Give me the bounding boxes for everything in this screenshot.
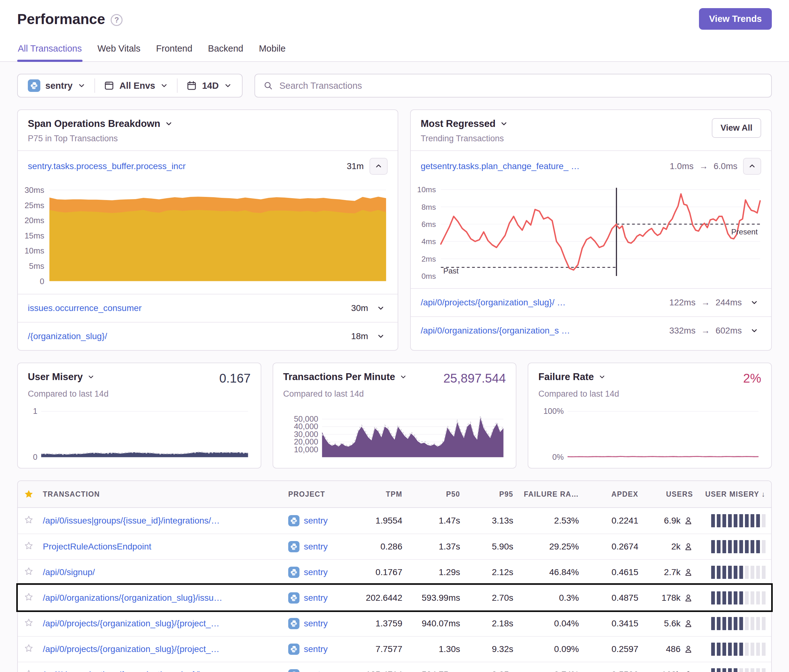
transaction-link[interactable]: /api/0/signup/: [43, 567, 285, 577]
most-regressed-item-link[interactable]: /api/0/projects/{organization_slug}/ …: [421, 298, 566, 308]
python-project-icon: [288, 541, 299, 552]
most-regressed-title-dropdown[interactable]: Most Regressed: [421, 118, 508, 129]
favorite-star-button[interactable]: [24, 567, 34, 578]
mini-widgets-row: User Misery 0.167 Compared to last 14d 1…: [17, 362, 772, 469]
chevron-down-icon: [377, 304, 385, 312]
favorite-star-button[interactable]: [24, 618, 34, 629]
python-project-icon: [288, 592, 299, 603]
tab-mobile[interactable]: Mobile: [258, 43, 286, 61]
span-ops-item-link[interactable]: sentry.tasks.process_buffer.process_incr: [28, 161, 186, 171]
span-ops-title-dropdown[interactable]: Span Operations Breakdown: [28, 118, 173, 129]
tpm-chart: 50,00040,00030,00020,00010,000: [283, 407, 506, 462]
misery-bar-segment: [751, 617, 754, 630]
project-link[interactable]: sentry: [304, 567, 327, 577]
column-header-apdex[interactable]: APDEX: [582, 490, 642, 498]
environment-filter[interactable]: All Envs: [95, 74, 177, 97]
transaction-link[interactable]: /api/0/organizations/{organization_slug}…: [43, 593, 285, 603]
span-ops-chart: 30ms25ms20ms15ms10ms5ms0: [18, 182, 398, 294]
tab-web-vitals[interactable]: Web Vitals: [97, 43, 141, 61]
star-icon: [24, 567, 34, 576]
misery-bar-segment: [739, 643, 743, 656]
project-link[interactable]: sentry: [304, 670, 327, 672]
user-icon: [684, 670, 693, 672]
view-trends-button[interactable]: View Trends: [699, 8, 772, 30]
transaction-link[interactable]: /api/0/issues|groups/{issue_id}/integrat…: [43, 516, 285, 526]
collapse-item-button[interactable]: [369, 158, 388, 175]
span-ops-item-link[interactable]: /{organization_slug}/: [28, 331, 107, 341]
chevron-down-icon: [87, 373, 95, 381]
project-link[interactable]: sentry: [304, 516, 327, 526]
column-header-user-misery[interactable]: USER MISERY ↓: [696, 490, 771, 498]
collapse-item-button[interactable]: [743, 158, 761, 175]
tpm-title-dropdown[interactable]: Transactions Per Minute: [283, 371, 407, 383]
expand-item-button[interactable]: [747, 324, 761, 338]
favorite-star-button[interactable]: [24, 592, 34, 604]
column-header-failure-rate[interactable]: FAILURE RA…: [516, 490, 582, 498]
p50-cell: 1.37s: [406, 542, 463, 552]
column-header-transaction[interactable]: TRANSACTION: [43, 490, 288, 498]
chevron-up-icon: [748, 162, 756, 170]
expand-item-button[interactable]: [374, 329, 388, 343]
chevron-down-icon: [224, 81, 232, 90]
star-column-header[interactable]: [18, 489, 43, 499]
project-filter[interactable]: sentry: [19, 74, 94, 97]
project-link[interactable]: sentry: [304, 542, 327, 552]
svg-text:Present: Present: [731, 228, 758, 236]
favorite-star-button[interactable]: [24, 643, 34, 655]
failure-rate-cell: 29.25%: [516, 542, 582, 552]
misery-bar-segment: [739, 540, 743, 553]
transaction-link[interactable]: ProjectRuleActionsEndpoint: [43, 542, 285, 552]
column-header-p50[interactable]: P50: [406, 490, 463, 498]
failure-rate-title-dropdown[interactable]: Failure Rate: [538, 371, 605, 383]
calendar-icon: [186, 80, 197, 91]
svg-text:0%: 0%: [553, 453, 564, 461]
project-cell: sentry: [288, 643, 352, 655]
search-input[interactable]: [279, 80, 763, 91]
expand-item-button[interactable]: [374, 301, 388, 315]
view-all-button[interactable]: View All: [712, 118, 761, 138]
users-cell: 5.6k: [642, 619, 696, 629]
column-header-tpm[interactable]: TPM: [352, 490, 406, 498]
project-link[interactable]: sentry: [304, 644, 327, 654]
favorite-star-button[interactable]: [24, 541, 34, 552]
most-regressed-item-link[interactable]: /api/0/organizations/{organization_s …: [421, 326, 570, 336]
misery-bar-segment: [756, 514, 760, 527]
most-regressed-item-link[interactable]: getsentry.tasks.plan_change_feature_ …: [421, 161, 580, 171]
table-header-row: TRANSACTION PROJECT TPM P50 P95 FAILURE …: [18, 481, 771, 508]
transaction-link[interactable]: /api/0/projects/{organization_slug}/{pro…: [43, 644, 285, 654]
column-header-p95[interactable]: P95: [463, 490, 516, 498]
misery-bar-segment: [745, 617, 749, 630]
expand-item-button[interactable]: [747, 296, 761, 310]
tab-frontend[interactable]: Frontend: [155, 43, 193, 61]
tpm-title: Transactions Per Minute: [283, 371, 395, 383]
project-link[interactable]: sentry: [304, 619, 327, 629]
tab-all-transactions[interactable]: All Transactions: [17, 43, 83, 61]
misery-bar-segment: [717, 668, 720, 672]
user-misery-value: 0.167: [219, 371, 251, 385]
misery-bar-segment: [734, 591, 738, 605]
misery-bar-segment: [728, 591, 732, 605]
tpm-cell: 1.3759: [352, 619, 406, 629]
p95-cell: 2.18s: [463, 619, 516, 629]
most-regressed-subtitle: Trending Transactions: [421, 134, 508, 144]
transaction-link[interactable]: /api/0/projects/{organization_slug}/{pro…: [43, 619, 285, 629]
misery-bar-segment: [756, 617, 760, 630]
column-header-project[interactable]: PROJECT: [288, 490, 352, 498]
favorite-star-button[interactable]: [24, 515, 34, 527]
transaction-link[interactable]: /api/0/organizations/{organization_slug}…: [43, 670, 285, 672]
span-ops-item-value: 31m: [347, 158, 387, 175]
column-header-users[interactable]: USERS: [642, 490, 696, 498]
apdex-cell: 0.5506: [582, 670, 642, 672]
misery-bar-segment: [762, 591, 765, 605]
date-range-filter[interactable]: 14D: [177, 74, 240, 97]
favorite-star-button[interactable]: [24, 669, 34, 672]
tpm-cell: 0.286: [352, 542, 406, 552]
tab-backend[interactable]: Backend: [207, 43, 244, 61]
python-project-icon: [288, 618, 299, 629]
star-icon: [24, 618, 34, 627]
project-link[interactable]: sentry: [304, 593, 327, 603]
p95-cell: 9.32s: [463, 644, 516, 654]
user-misery-title-dropdown[interactable]: User Misery: [28, 371, 95, 383]
help-icon[interactable]: ?: [111, 14, 123, 26]
span-ops-item-link[interactable]: issues.occurrence_consumer: [28, 303, 142, 313]
